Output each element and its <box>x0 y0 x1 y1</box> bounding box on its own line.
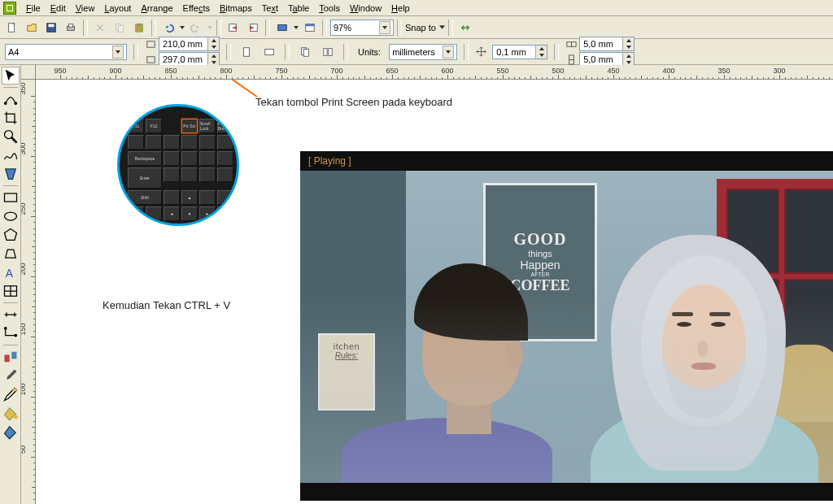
key <box>164 167 180 182</box>
dup-x-icon <box>565 38 578 50</box>
height-icon <box>145 54 157 66</box>
app-launcher-button[interactable] <box>273 19 291 37</box>
menu-view[interactable]: ViewView <box>71 2 100 15</box>
ruler-tick: 350 <box>21 81 27 96</box>
paste-button[interactable] <box>130 19 148 37</box>
menu-bitmaps[interactable]: BitmapsBitmaps <box>215 2 257 15</box>
options-button[interactable] <box>456 19 474 37</box>
ellipse-tool[interactable] <box>2 207 20 225</box>
smart-fill-tool[interactable] <box>2 165 20 183</box>
page-width-input[interactable]: 210,0 mm <box>159 37 220 51</box>
units-combo[interactable]: millimeters <box>389 44 457 60</box>
zoom-tool[interactable] <box>2 128 20 146</box>
ruler-tick: 550 <box>496 67 508 75</box>
crop-tool[interactable] <box>2 109 20 127</box>
connector-tool[interactable] <box>2 324 20 342</box>
welcome-screen-button[interactable] <box>301 19 319 37</box>
current-page-button[interactable] <box>296 43 314 61</box>
drawing-page[interactable]: F11 F12 Prt Scr Scroll Lock Pause Break … <box>36 80 833 504</box>
svg-rect-37 <box>12 389 16 392</box>
key <box>146 135 162 150</box>
cut-button[interactable] <box>91 19 109 37</box>
svg-rect-23 <box>572 41 577 46</box>
ruler-tick: 950 <box>54 67 66 75</box>
undo-button[interactable] <box>159 19 177 37</box>
page-dimensions-group: 210,0 mm 297,0 mm <box>145 37 220 67</box>
key-f12: F12 <box>146 119 162 133</box>
ruler-vertical[interactable]: 35030025020015010050 <box>21 80 36 504</box>
export-button[interactable] <box>244 19 262 37</box>
text-tool[interactable]: A <box>2 263 20 281</box>
interactive-fill-tool[interactable] <box>2 423 20 441</box>
menu-window[interactable]: WindowWindow <box>345 2 386 15</box>
table-tool[interactable] <box>2 282 20 300</box>
app-launcher-dropdown[interactable] <box>293 26 299 29</box>
menu-file[interactable]: FFileile <box>21 2 46 15</box>
shape-tool[interactable] <box>2 90 20 108</box>
dup-x-input[interactable]: 5,0 mm <box>579 37 635 51</box>
menu-arrange[interactable]: ArrangeArrange <box>136 2 177 15</box>
portrait-button[interactable] <box>238 43 255 61</box>
menu-tools[interactable]: ToolsTools <box>314 2 345 15</box>
dimension-tool[interactable] <box>2 306 20 324</box>
redo-button[interactable] <box>187 19 205 37</box>
menu-help[interactable]: HelpHelp <box>386 2 415 15</box>
svg-rect-15 <box>147 56 155 63</box>
ruler-corner <box>21 65 36 80</box>
import-button[interactable] <box>225 19 242 37</box>
ruler-tick: 850 <box>164 67 177 75</box>
key: ▲ <box>181 190 198 205</box>
blend-tool[interactable] <box>2 348 20 366</box>
key <box>164 190 180 205</box>
undo-dropdown[interactable] <box>179 26 185 29</box>
open-button[interactable] <box>23 19 41 37</box>
ruler-tick: 500 <box>552 67 564 75</box>
ruler-tick: 150 <box>21 322 27 337</box>
separator <box>285 44 290 60</box>
freehand-tool[interactable] <box>2 146 20 164</box>
menu-layout[interactable]: LayoutLayout <box>99 2 136 15</box>
snap-to-dropdown[interactable]: Snap to <box>405 23 445 33</box>
svg-point-27 <box>14 102 17 105</box>
svg-point-28 <box>4 131 12 139</box>
redo-dropdown[interactable] <box>207 26 213 29</box>
ruler-tick: 600 <box>441 67 453 75</box>
all-pages-button[interactable] <box>319 43 337 61</box>
ruler-horizontal[interactable]: 9509008508007507006506005505004504003503… <box>36 65 833 80</box>
svg-rect-13 <box>306 24 315 26</box>
key <box>128 206 144 221</box>
canvas-area[interactable]: 9509008508007507006506005505004504003503… <box>21 65 833 504</box>
nudge-icon <box>475 46 487 58</box>
save-button[interactable] <box>42 19 60 37</box>
outline-tool[interactable] <box>2 385 20 403</box>
ruler-tick: 900 <box>109 67 121 75</box>
menu-text[interactable]: TextText <box>257 2 283 15</box>
dropdown-arrow-icon <box>112 46 124 59</box>
print-button[interactable] <box>62 19 80 37</box>
menu-edit[interactable]: EditEdit <box>46 2 71 15</box>
ruler-tick: 100 <box>21 382 27 397</box>
key <box>217 190 233 205</box>
menu-effects[interactable]: EffectsEffects <box>178 2 215 15</box>
ruler-tick: 450 <box>607 67 619 75</box>
svg-rect-6 <box>118 25 123 32</box>
separator <box>265 20 270 36</box>
nudge-input[interactable]: 0,1 mm <box>492 45 547 59</box>
zoom-combo[interactable]: 97% <box>330 20 394 36</box>
paper-size-combo[interactable]: A4 <box>5 44 127 60</box>
fill-tool[interactable] <box>2 404 20 422</box>
rectangle-tool[interactable] <box>2 189 20 206</box>
landscape-button[interactable] <box>260 43 278 61</box>
menu-bar: FFileile EditEdit ViewView LayoutLayout … <box>0 0 833 16</box>
copy-button[interactable] <box>111 19 129 37</box>
basic-shapes-tool[interactable] <box>2 245 20 263</box>
pick-tool[interactable] <box>2 67 20 85</box>
dup-y-icon <box>565 54 578 66</box>
svg-point-26 <box>3 102 7 105</box>
ruler-tick: 750 <box>275 67 287 75</box>
menu-table[interactable]: TableTable <box>283 2 314 15</box>
ruler-tick: 350 <box>717 67 730 75</box>
polygon-tool[interactable] <box>2 226 20 244</box>
new-button[interactable] <box>3 19 21 37</box>
eyedropper-tool[interactable] <box>2 367 20 385</box>
